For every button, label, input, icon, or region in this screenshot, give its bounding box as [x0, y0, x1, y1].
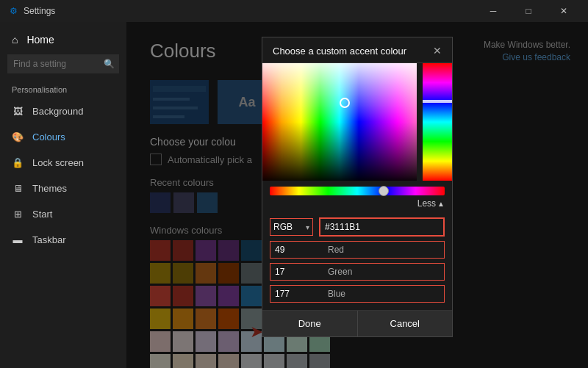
dialog-header: Choose a custom accent colour ✕	[262, 37, 452, 63]
maximize-button[interactable]: □	[512, 0, 545, 22]
home-icon: ⌂	[12, 34, 18, 46]
sidebar-item-background[interactable]: 🖼 Background	[0, 98, 126, 124]
sidebar-item-label: Themes	[32, 183, 67, 194]
rgb-select-arrow-icon: ▾	[306, 223, 312, 231]
taskbar-icon: ▬	[12, 234, 24, 245]
title-bar: ⚙ Settings ─ □ ✕	[0, 0, 588, 22]
sidebar-item-colours[interactable]: 🎨 Colours	[0, 124, 126, 150]
themes-icon: 🖥	[12, 183, 24, 194]
red-channel-row: Red	[270, 241, 445, 259]
sidebar-item-taskbar[interactable]: ▬ Taskbar	[0, 227, 126, 253]
hue-bar[interactable]	[423, 63, 452, 181]
rgb-select[interactable]: RGB HSL HSV HEX	[270, 219, 306, 235]
dialog-footer: Done Cancel	[262, 310, 452, 336]
done-button[interactable]: Done	[262, 311, 357, 336]
slider-thumb	[379, 186, 389, 196]
cancel-button[interactable]: Cancel	[357, 311, 453, 336]
lock-icon: 🔒	[12, 157, 24, 168]
hex-input[interactable]	[320, 219, 443, 235]
color-picker-gradient[interactable]	[262, 63, 452, 181]
blue-input[interactable]	[270, 286, 322, 302]
green-channel-row: Green	[270, 263, 445, 281]
less-row: Less ▲	[262, 197, 452, 213]
background-icon: 🖼	[12, 106, 24, 117]
sidebar-item-themes[interactable]: 🖥 Themes	[0, 176, 126, 201]
red-label: Red	[328, 245, 344, 255]
dialog-title: Choose a custom accent colour	[273, 46, 406, 57]
minimize-button[interactable]: ─	[476, 0, 510, 22]
settings-icon: ⚙	[7, 5, 19, 17]
search-input[interactable]	[7, 54, 119, 73]
sidebar: ⌂ Home 🔍 Personalisation 🖼 Background 🎨 …	[0, 22, 126, 368]
search-icon: 🔍	[104, 59, 115, 69]
red-input[interactable]	[270, 242, 322, 258]
title-bar-title: Settings	[24, 6, 476, 16]
window-controls: ─ □ ✕	[476, 0, 581, 22]
green-input[interactable]	[270, 264, 322, 280]
sidebar-item-lock-screen[interactable]: 🔒 Lock screen	[0, 150, 126, 176]
input-row-top: RGB HSL HSV HEX ▾	[270, 217, 445, 237]
sidebar-item-label: Start	[32, 209, 52, 220]
sidebar-item-label: Colours	[32, 131, 65, 142]
app-container: ⌂ Home 🔍 Personalisation 🖼 Background 🎨 …	[0, 22, 588, 368]
sidebar-section-label: Personalisation	[0, 82, 126, 98]
sidebar-item-home[interactable]: ⌂ Home	[0, 28, 126, 51]
sidebar-item-label: Taskbar	[32, 234, 66, 245]
blue-label: Blue	[328, 289, 345, 299]
hue-slider[interactable]	[270, 187, 445, 195]
hue-indicator	[423, 100, 452, 103]
close-button[interactable]: ✕	[547, 0, 581, 22]
sidebar-item-label: Lock screen	[32, 157, 84, 168]
color-picker-dialog: Choose a custom accent colour ✕	[262, 37, 453, 337]
sidebar-item-label: Background	[32, 106, 83, 117]
search-container: 🔍	[7, 54, 119, 73]
rgb-select-wrap: RGB HSL HSV HEX ▾	[270, 218, 313, 236]
hex-input-wrap	[319, 217, 445, 237]
dialog-close-button[interactable]: ✕	[433, 45, 442, 57]
home-label: Home	[26, 34, 54, 46]
colours-icon: 🎨	[12, 131, 24, 142]
blue-channel-row: Blue	[270, 285, 445, 303]
gradient-cursor	[340, 98, 350, 108]
dialog-overlay: Choose a custom accent colour ✕	[126, 22, 588, 368]
slider-row	[262, 181, 452, 197]
less-label[interactable]: Less	[417, 198, 436, 209]
color-inputs: RGB HSL HSV HEX ▾ Red	[262, 213, 452, 310]
green-label: Green	[328, 267, 352, 277]
sidebar-item-start[interactable]: ⊞ Start	[0, 201, 126, 227]
main-content: Colours Aa Choose your colou Automatica	[126, 22, 588, 368]
start-icon: ⊞	[12, 209, 24, 220]
less-chevron-icon: ▲	[437, 200, 445, 208]
